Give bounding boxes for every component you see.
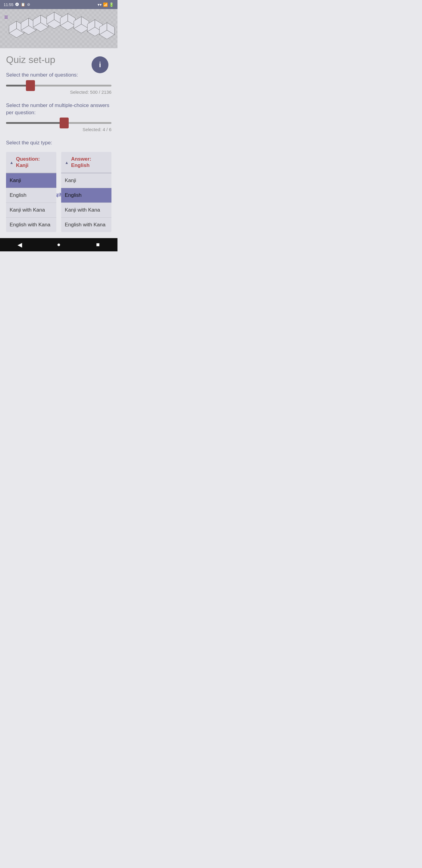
status-right: ▾▾ 📶 🔋 xyxy=(98,2,114,7)
dropdowns-wrapper: ▲ Question: Kanji Kanji English Kanji wi… xyxy=(6,152,111,238)
question-dropdown[interactable]: ▲ Question: Kanji Kanji English Kanji wi… xyxy=(6,152,56,232)
block-art-decoration xyxy=(0,9,118,48)
slider2-fill xyxy=(6,122,64,124)
questions-label: Select the number of questions: xyxy=(6,71,111,79)
questions-selected: Selected: 500 / 2136 xyxy=(6,90,111,95)
signal-icon: 📶 xyxy=(103,2,108,7)
clipboard-icon: 📋 xyxy=(21,2,25,7)
back-button[interactable]: ◀ xyxy=(13,238,26,251)
slider1-thumb[interactable] xyxy=(26,80,35,91)
answers-selected: Selected: 4 / 6 xyxy=(6,127,111,132)
question-item-kanji-kana[interactable]: Kanji with Kana xyxy=(6,203,56,218)
menu-button[interactable]: ≡ xyxy=(4,13,8,21)
blocked-icon: ⊘ xyxy=(27,2,30,7)
status-time: 11:55 xyxy=(4,2,13,7)
main-content: Quiz set-up i Select the number of quest… xyxy=(0,48,118,238)
answer-dropdown-arrow: ▲ xyxy=(65,160,69,165)
answers-slider[interactable] xyxy=(6,122,111,124)
status-bar: 11:55 🅐 📋 ⊘ ▾▾ 📶 🔋 xyxy=(0,0,118,9)
notification-icon: 🅐 xyxy=(15,2,19,7)
bottom-nav: ◀ ● ■ xyxy=(0,238,118,251)
wifi-icon: ▾▾ xyxy=(98,2,102,7)
slider1-track xyxy=(6,85,111,87)
answer-item-kanji-kana[interactable]: Kanji with Kana xyxy=(61,203,111,218)
answer-dropdown-header[interactable]: ▲ Answer: English xyxy=(61,152,111,173)
header-image: ≡ xyxy=(0,9,118,48)
question-item-english-kana[interactable]: English with Kana xyxy=(6,218,56,232)
quiz-type-label: Select the quiz type: xyxy=(6,139,111,147)
answer-item-english[interactable]: English xyxy=(61,188,111,203)
answer-dropdown-title: Answer: English xyxy=(71,156,91,168)
status-left: 11:55 🅐 📋 ⊘ xyxy=(4,2,30,7)
question-dropdown-header[interactable]: ▲ Question: Kanji xyxy=(6,152,56,173)
answers-label: Select the number of multiple-choice ans… xyxy=(6,102,111,116)
question-dropdown-title: Question: Kanji xyxy=(16,156,40,168)
slider2-track xyxy=(6,122,111,124)
question-dropdown-arrow: ▲ xyxy=(10,160,13,165)
swap-button[interactable]: ⇄ xyxy=(53,190,64,200)
question-item-english[interactable]: English xyxy=(6,188,56,203)
questions-slider[interactable] xyxy=(6,85,111,87)
question-item-kanji[interactable]: Kanji xyxy=(6,173,56,188)
recents-button[interactable]: ■ xyxy=(91,238,104,251)
battery-icon: 🔋 xyxy=(109,2,114,7)
answer-item-kanji[interactable]: Kanji xyxy=(61,173,111,188)
slider2-thumb[interactable] xyxy=(60,118,69,128)
home-button[interactable]: ● xyxy=(52,238,65,251)
answer-item-english-kana[interactable]: English with Kana xyxy=(61,218,111,232)
answer-dropdown[interactable]: ▲ Answer: English Kanji English Kanji wi… xyxy=(61,152,111,232)
quiz-type-section: Select the quiz type: ▲ Question: Kanji … xyxy=(6,139,111,238)
info-button[interactable]: i xyxy=(92,56,108,73)
